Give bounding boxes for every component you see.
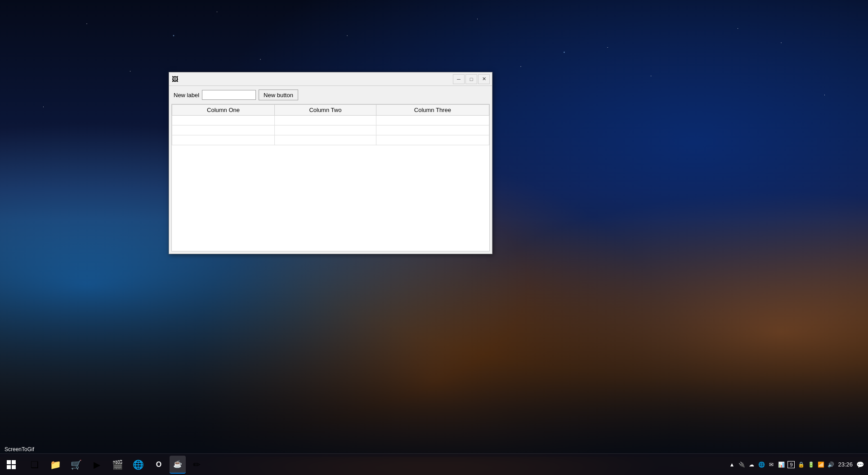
title-bar-left: 🖼 xyxy=(171,76,179,83)
lock-icon[interactable]: 🔒 xyxy=(797,461,805,468)
badge-icon[interactable]: 9 xyxy=(787,461,795,468)
wifi-icon[interactable]: 📶 xyxy=(817,461,824,468)
cell xyxy=(376,116,489,125)
cell xyxy=(172,135,275,145)
other-app-button[interactable]: ✏ xyxy=(187,456,206,474)
store-button[interactable]: 🛒 xyxy=(66,456,86,474)
taskbar-right: ▲ 🔌 ☁ 🌐 ✉ 📊 9 🔒 🔋 📶 🔊 23:26 💬 xyxy=(728,461,868,468)
cell xyxy=(275,135,376,145)
battery-icon[interactable]: 🔋 xyxy=(807,461,814,468)
java-app-button[interactable]: ☕ xyxy=(170,456,186,474)
chart-icon[interactable]: 📊 xyxy=(778,461,785,468)
column-one-header: Column One xyxy=(172,105,275,116)
network2-icon[interactable]: 🌐 xyxy=(758,461,765,468)
network-icon[interactable]: 🔌 xyxy=(738,461,745,468)
task-view-button[interactable]: ❑ xyxy=(25,456,45,474)
minimize-button[interactable]: ─ xyxy=(453,74,465,84)
java-icon: ☕ xyxy=(173,460,182,468)
show-hidden-icons-button[interactable]: ▲ xyxy=(728,461,735,468)
close-button[interactable]: ✕ xyxy=(478,74,490,84)
column-three-header: Column Three xyxy=(376,105,489,116)
cell xyxy=(376,125,489,135)
onedrive-icon[interactable]: ☁ xyxy=(748,461,755,468)
cell xyxy=(275,125,376,135)
taskbar: ❑ 📁 🛒 ▶ 🎬 🌐 O ☕ ✏ ▲ 🔌 ☁ 🌐 ✉ 📊 9 🔒 🔋 📶 🔊 … xyxy=(0,453,868,475)
table-container: Column One Column Two Column Three xyxy=(171,104,490,251)
opera-button[interactable]: O xyxy=(149,456,169,474)
label-input[interactable] xyxy=(202,90,256,100)
column-two-header: Column Two xyxy=(275,105,376,116)
clock-time: 23:26 xyxy=(838,461,853,468)
data-table: Column One Column Two Column Three xyxy=(172,104,489,145)
title-bar-controls: ─ □ ✕ xyxy=(453,74,490,84)
clock[interactable]: 23:26 xyxy=(838,461,853,468)
title-bar: 🖼 ─ □ ✕ xyxy=(169,72,492,86)
table-row xyxy=(172,125,489,135)
app-icon: 🖼 xyxy=(171,76,179,83)
table-row xyxy=(172,135,489,145)
maximize-button[interactable]: □ xyxy=(465,74,477,84)
cell xyxy=(376,135,489,145)
start-button[interactable] xyxy=(0,454,22,475)
windows-logo-icon xyxy=(7,460,16,469)
application-window: 🖼 ─ □ ✕ New label New button Column One … xyxy=(169,72,492,254)
chrome-button[interactable]: 🌐 xyxy=(128,456,148,474)
vlc-button[interactable]: 🎬 xyxy=(107,456,127,474)
cell xyxy=(172,125,275,135)
window-content: New label New button Column One Column T… xyxy=(169,86,492,254)
cell xyxy=(172,116,275,125)
table-header: Column One Column Two Column Three xyxy=(172,105,489,116)
winamp-button[interactable]: ▶ xyxy=(87,456,107,474)
screentogif-label: ScreenToGif xyxy=(4,446,34,453)
taskbar-pinned-apps: ❑ 📁 🛒 ▶ 🎬 🌐 O ☕ ✏ xyxy=(22,454,209,475)
notification-icon[interactable]: 💬 xyxy=(856,461,864,468)
toolbar: New label New button xyxy=(169,86,492,104)
cell xyxy=(275,116,376,125)
mail-icon[interactable]: ✉ xyxy=(768,461,775,468)
volume-icon[interactable]: 🔊 xyxy=(827,461,834,468)
label-text: New label xyxy=(174,92,199,99)
new-button[interactable]: New button xyxy=(259,90,298,100)
file-explorer-button[interactable]: 📁 xyxy=(45,456,65,474)
table-row xyxy=(172,116,489,125)
system-tray: ▲ 🔌 ☁ 🌐 ✉ 📊 9 🔒 🔋 📶 🔊 xyxy=(728,461,834,468)
header-row: Column One Column Two Column Three xyxy=(172,105,489,116)
table-body xyxy=(172,116,489,145)
